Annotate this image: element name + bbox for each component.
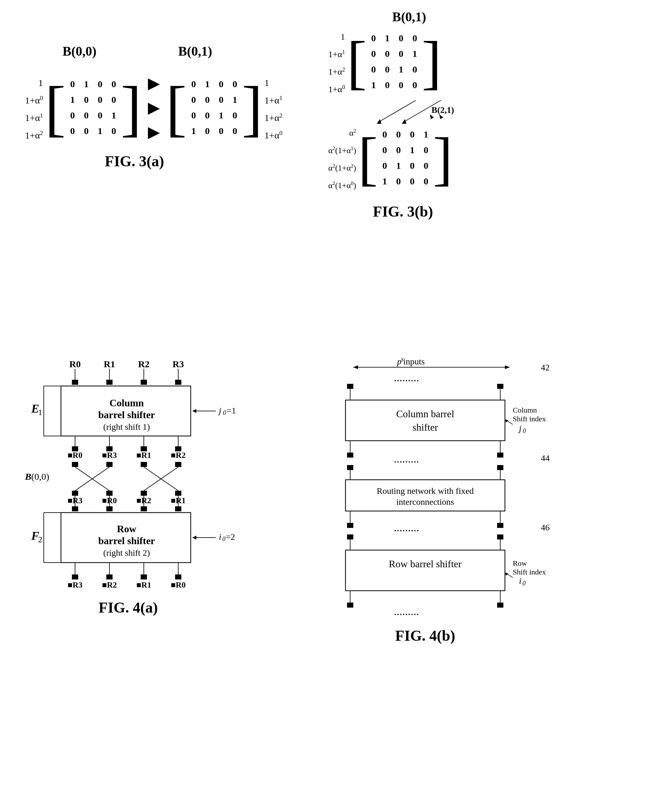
svg-marker-24 [192,409,196,413]
svg-text:=1: =1 [227,406,236,415]
svg-rect-58 [175,491,181,496]
svg-rect-152 [347,603,353,607]
svg-text:■R0: ■R0 [171,580,185,589]
svg-rect-18 [175,380,181,385]
svg-text:p: p [396,357,401,366]
svg-text:.........: ......... [394,521,419,534]
fig4b: p s inputs 42 ......... Column barrel sh… [328,350,625,751]
svg-text:Shift index: Shift index [513,415,546,423]
svg-text:Shift index: Shift index [513,568,546,576]
svg-text:Column: Column [109,397,144,409]
svg-rect-91 [141,574,147,580]
matrix-left-labels: 1 1+α0 1+α1 1+α2 [25,75,45,143]
svg-rect-134 [347,523,353,528]
svg-marker-147 [505,572,508,576]
svg-text:2: 2 [38,535,42,544]
svg-rect-153 [497,603,503,607]
svg-text:Row: Row [513,559,527,567]
svg-rect-17 [141,380,147,385]
svg-text:42: 42 [541,363,550,372]
diagonal-arrows: B(2,1) [328,97,453,122]
svg-text:0: 0 [223,409,226,416]
svg-rect-92 [175,574,181,580]
svg-text:shifter: shifter [412,421,438,433]
svg-text:■R3: ■R3 [67,580,82,589]
svg-text:0: 0 [222,536,225,542]
svg-marker-116 [505,420,508,423]
svg-rect-47 [72,462,78,467]
svg-text:R0: R0 [69,359,81,369]
fig3b: B(0,1) 1 1+α1 1+α2 1+α0 [ 0100 0001 0010… [328,9,453,220]
svg-marker-99 [353,365,358,369]
svg-text:=2: =2 [226,532,235,542]
svg-text:■R1: ■R1 [136,451,151,460]
svg-rect-16 [106,380,113,385]
svg-text:R2: R2 [138,359,150,369]
svg-text:B(2,1): B(2,1) [431,105,454,115]
svg-text:j: j [218,406,221,415]
svg-rect-135 [497,523,503,528]
svg-text:inputs: inputs [403,357,425,366]
bracket-left-2: [ [166,77,187,139]
svg-rect-125 [347,465,353,470]
svg-text:barrel shifter: barrel shifter [98,535,155,546]
svg-text:barrel shifter: barrel shifter [98,409,155,420]
svg-text:Row: Row [117,523,136,534]
svg-marker-100 [505,365,509,369]
svg-rect-107 [497,384,503,389]
bracket-right-1: ] [121,77,142,139]
svg-rect-142 [346,550,505,591]
svg-text:0: 0 [523,427,526,434]
svg-marker-6 [439,114,444,119]
svg-text:(right shift 1): (right shift 1) [103,422,150,432]
svg-rect-57 [141,491,147,496]
svg-rect-90 [106,574,113,580]
svg-text:.........: ......... [394,453,419,465]
svg-text:(right shift 2): (right shift 2) [103,548,150,557]
arrows: ▶ ▶ ▶ [148,74,160,141]
svg-text:j: j [518,423,522,433]
svg-rect-110 [346,400,505,441]
svg-text:■R0: ■R0 [67,451,82,460]
svg-text:.........: ......... [394,371,419,384]
svg-text:■R1: ■R1 [136,580,151,589]
fig3a-title: B(0,0) [63,44,96,59]
svg-text:R3: R3 [173,359,184,369]
svg-rect-89 [72,574,78,580]
matrix-right-labels: 1 1+α1 1+α2 1+α0 [263,75,282,143]
svg-marker-2 [377,119,381,124]
svg-text:46: 46 [541,523,550,532]
svg-text:R1: R1 [104,359,115,369]
svg-marker-5 [430,114,434,119]
svg-text:FIG. 4(a): FIG. 4(a) [98,599,158,616]
svg-text:i: i [219,532,221,542]
svg-text:Column barrel: Column barrel [396,408,454,420]
svg-rect-56 [106,491,113,496]
svg-rect-48 [106,462,113,467]
svg-rect-49 [141,462,147,467]
svg-rect-138 [347,534,353,539]
fig3a-caption: FIG. 3(a) [25,153,244,170]
fig4a-svg: R0 R1 R2 R3 Column barrel shifter (right… [12,350,294,750]
svg-text:.........: ......... [394,605,419,618]
svg-rect-106 [347,384,353,389]
svg-text:Row barrel shifter: Row barrel shifter [389,558,462,569]
svg-marker-3 [402,119,407,124]
matrix-right-grid: 0100 0001 0010 1000 [187,76,242,139]
bracket-right-2: ] [242,77,263,139]
fig3b-top-title: B(0,1) [366,9,453,24]
fig4b-svg: p s inputs 42 ......... Column barrel sh… [328,350,625,750]
svg-text:(0,0): (0,0) [31,471,49,482]
svg-text:Routing network with fixed: Routing network with fixed [377,486,474,496]
svg-text:i: i [519,576,522,586]
svg-rect-126 [497,465,503,470]
svg-text:B: B [25,471,31,482]
svg-rect-121 [347,453,353,458]
svg-rect-55 [72,491,78,496]
fig3a-right-title: B(0,1) [178,44,212,59]
svg-text:44: 44 [541,453,550,463]
svg-text:FIG. 4(b): FIG. 4(b) [395,627,455,644]
svg-text:■R2: ■R2 [102,580,116,589]
svg-rect-50 [175,462,181,467]
fig3b-top-matrix: 1 1+α1 1+α2 1+α0 [ 0100 0001 0010 1000 ] [328,26,453,97]
